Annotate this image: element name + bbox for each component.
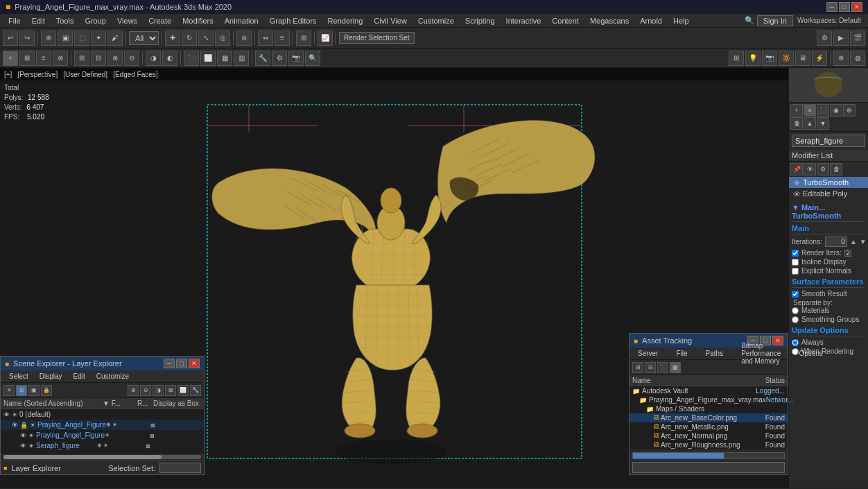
se-selection-set-input[interactable]	[159, 463, 201, 473]
se-tb-10[interactable]: 🔧	[190, 385, 201, 396]
render-iters-checkbox[interactable]	[792, 250, 799, 257]
reference-coord-button[interactable]: ◎	[215, 31, 230, 46]
render-setup-button[interactable]: ⚙	[817, 31, 832, 46]
mod-delete-button[interactable]: 🗑	[830, 163, 842, 175]
se-minimize-button[interactable]: ─	[164, 359, 175, 368]
graph-editors-button[interactable]: 📈	[318, 31, 333, 46]
scene-explorer-window-controls[interactable]: ─ □ ✕	[164, 359, 200, 368]
maximize-button[interactable]: □	[839, 2, 850, 12]
isoline-checkbox[interactable]	[792, 259, 799, 266]
at-row-roughness[interactable]: 🖼 Arc_new_Roughness.png Found	[630, 440, 788, 449]
se-tb-5[interactable]: ⊕	[128, 385, 139, 396]
se-row-3-seraph[interactable]: 👁 ☀ Seraph_figure ❄ ☀ ⊠	[1, 440, 204, 451]
minimize-button[interactable]: ─	[826, 2, 837, 12]
menu-content[interactable]: Content	[546, 15, 584, 26]
menu-views[interactable]: Views	[112, 15, 143, 26]
tb2-icon-2[interactable]: ⊠	[19, 51, 35, 66]
menu-civil-view[interactable]: Civil View	[368, 15, 412, 26]
se-menu-display[interactable]: Display	[34, 371, 68, 381]
window-controls[interactable]: ─ □ ✕	[826, 2, 862, 12]
redo-button[interactable]: ↪	[19, 31, 35, 46]
menu-tools[interactable]: Tools	[51, 15, 80, 26]
at-tb-2[interactable]: ⊟	[645, 362, 656, 373]
object-name-input[interactable]	[792, 135, 865, 147]
render-frame-button[interactable]: 🎬	[850, 31, 865, 46]
se-tb-3[interactable]: ▣	[28, 385, 40, 396]
tb2-icon-16[interactable]: ⚙	[272, 51, 287, 66]
menu-graph-editors[interactable]: Graph Editors	[264, 15, 322, 26]
menu-file[interactable]: File	[3, 15, 26, 26]
menu-modifiers[interactable]: Modifiers	[177, 15, 219, 26]
tb2-icon-13[interactable]: ▦	[217, 51, 232, 66]
vp-perspective-label[interactable]: [Perspective]	[17, 71, 58, 78]
tb2-icon-8[interactable]: ⊖	[124, 51, 139, 66]
tb2-icon-19[interactable]: ⊞	[729, 51, 744, 66]
render-iters-input[interactable]	[844, 250, 851, 257]
tb2-icon-21[interactable]: 📷	[762, 51, 777, 66]
menu-megascans[interactable]: Megascans	[584, 15, 634, 26]
explicit-normals-checkbox[interactable]	[792, 268, 799, 275]
at-tb-1[interactable]: ⊞	[632, 362, 643, 373]
tb2-icon-17[interactable]: 📷	[288, 51, 304, 66]
materials-radio[interactable]	[792, 307, 799, 314]
modifier-turbosmooth[interactable]: 👁 TurboSmooth	[789, 177, 868, 188]
se-row-0-default[interactable]: 👁 ☀ 0 (default)	[1, 409, 204, 420]
menu-create[interactable]: Create	[143, 15, 177, 26]
at-row-maps[interactable]: 📁 Maps / Shaders	[630, 404, 788, 413]
se-tb-7[interactable]: ◑	[153, 385, 164, 396]
rp-tool-3[interactable]: ⬛	[817, 104, 829, 117]
rp-tool-2[interactable]: ≡	[804, 104, 816, 117]
smooth-result-checkbox[interactable]	[792, 291, 799, 298]
se-tb-9[interactable]: ⬜	[177, 385, 189, 396]
select-object-button[interactable]: ⊕	[41, 31, 56, 46]
tb2-icon-26[interactable]: ◍	[850, 51, 865, 66]
menu-edit[interactable]: Edit	[26, 15, 51, 26]
layer-manager-button[interactable]: ⊞	[296, 31, 311, 46]
tb2-icon-1[interactable]: +	[3, 51, 18, 66]
select-by-name-button[interactable]: ▣	[58, 31, 73, 46]
at-row-praying-file[interactable]: 📁 Praying_Angel_Figure_max_vray.max Netw…	[630, 395, 788, 404]
se-tb-8[interactable]: ⊠	[165, 385, 176, 396]
tb2-icon-14[interactable]: ▥	[234, 51, 249, 66]
se-tb-1[interactable]: ✕	[3, 385, 15, 396]
tb2-icon-5[interactable]: ⊞	[74, 51, 89, 66]
se-tb-2[interactable]: ⊞	[16, 385, 27, 396]
at-menu-options[interactable]: Options	[793, 348, 828, 359]
se-scrollbar-thumb[interactable]	[3, 455, 162, 459]
se-row-2-praying-sub[interactable]: 👁 ☀ Praying_Angel_Figure ☀ ⊠	[1, 430, 204, 440]
tb2-icon-18[interactable]: 🔍	[305, 51, 320, 66]
se-menu-edit[interactable]: Edit	[68, 371, 91, 381]
se-close-button[interactable]: ✕	[189, 359, 200, 368]
window-cross-button[interactable]: ✦	[91, 31, 106, 46]
mod-show-button[interactable]: 👁	[804, 163, 816, 175]
tb2-icon-7[interactable]: ⊕	[107, 51, 123, 66]
tb2-icon-23[interactable]: 🖥	[795, 51, 810, 66]
pivot-button[interactable]: ⊚	[236, 31, 252, 46]
menu-interactive[interactable]: Interactive	[501, 15, 547, 26]
tb2-icon-11[interactable]: ⬛	[184, 51, 199, 66]
menu-group[interactable]: Group	[79, 15, 112, 26]
render-selection-set-button[interactable]: Render Selection Set	[339, 32, 415, 44]
mod-config-button[interactable]: ⚙	[817, 163, 829, 175]
se-menu-customize[interactable]: Customize	[91, 371, 134, 381]
se-tb-6[interactable]: ⊖	[140, 385, 151, 396]
at-row-vault[interactable]: 📁 Autodesk Vault Logged...	[630, 386, 788, 395]
tb2-icon-20[interactable]: 💡	[745, 51, 761, 66]
tb2-icon-12[interactable]: ⬜	[200, 51, 216, 66]
tb2-icon-4[interactable]: ⊗	[53, 51, 68, 66]
menu-help[interactable]: Help	[668, 15, 695, 26]
tb2-icon-3[interactable]: ≡	[36, 51, 51, 66]
se-maximize-button[interactable]: □	[176, 359, 187, 368]
tb2-icon-15[interactable]: 🔧	[255, 51, 270, 66]
at-tb-3[interactable]: ⬛	[657, 362, 668, 373]
menu-customize[interactable]: Customize	[413, 15, 460, 26]
iterations-input[interactable]	[825, 237, 847, 247]
at-tb-4[interactable]: ▦	[670, 362, 681, 373]
quick-render-button[interactable]: ▶	[833, 31, 849, 46]
at-row-basecolor[interactable]: 🖼 Arc_new_BaseColor.png Found	[630, 413, 788, 422]
rp-tool-1[interactable]: +	[790, 104, 803, 117]
se-menu-select[interactable]: Select	[3, 371, 34, 381]
at-menu-server[interactable]: Server	[632, 348, 663, 359]
mod-pin-button[interactable]: 📌	[790, 163, 803, 175]
rp-tool-4[interactable]: ◉	[830, 104, 842, 117]
